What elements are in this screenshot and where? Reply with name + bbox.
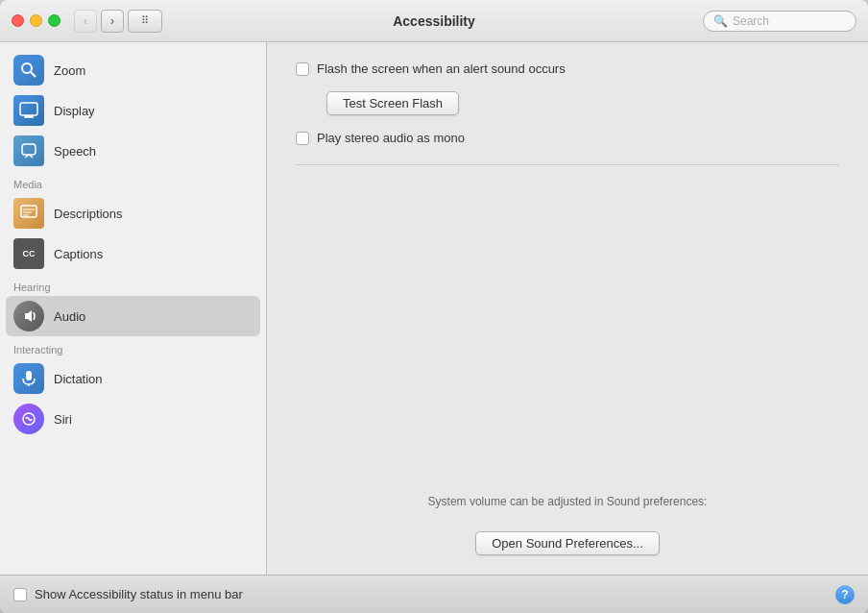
sidebar-item-captions[interactable]: CC Captions — [0, 233, 266, 274]
play-mono-label: Play stereo audio as mono — [317, 131, 465, 145]
audio-icon — [13, 301, 44, 331]
descriptions-icon — [13, 198, 44, 229]
flash-option-row: Flash the screen when an alert sound occ… — [296, 61, 839, 76]
flash-option-label: Flash the screen when an alert sound occ… — [317, 61, 566, 76]
interacting-section-header: Interacting — [0, 336, 266, 358]
search-box[interactable]: 🔍 — [703, 11, 856, 32]
sidebar-audio-label: Audio — [54, 309, 85, 324]
sidebar-captions-label: Captions — [54, 247, 103, 261]
sidebar-item-audio[interactable]: Audio — [6, 296, 260, 336]
sidebar: Zoom Display Speech — [0, 42, 267, 575]
test-screen-flash-button[interactable]: Test Screen Flash — [326, 91, 459, 115]
svg-rect-10 — [26, 371, 32, 380]
close-button[interactable] — [12, 14, 24, 27]
show-status-checkbox[interactable] — [13, 588, 27, 601]
open-sound-preferences-button[interactable]: Open Sound Preferences... — [475, 531, 660, 555]
sidebar-display-label: Display — [54, 104, 95, 118]
sidebar-item-zoom[interactable]: Zoom — [0, 50, 266, 90]
search-icon: 🔍 — [713, 14, 728, 28]
sidebar-siri-label: Siri — [54, 412, 72, 427]
sidebar-item-display[interactable]: Display — [0, 90, 266, 131]
flash-checkbox[interactable] — [296, 62, 309, 76]
system-volume-note: System volume can be adjusted in Sound p… — [296, 495, 839, 508]
window-title: Accessibility — [393, 13, 475, 29]
sidebar-speech-label: Speech — [54, 144, 96, 159]
sidebar-item-speech[interactable]: Speech — [0, 131, 266, 171]
speech-icon — [13, 135, 44, 166]
play-mono-checkbox[interactable] — [296, 132, 309, 145]
svg-point-0 — [22, 63, 32, 73]
svg-rect-2 — [20, 103, 37, 115]
traffic-lights — [12, 14, 60, 27]
window: ‹ › ⠿ Accessibility 🔍 Zoom — [0, 0, 868, 613]
divider — [296, 164, 839, 165]
main-panel: Flash the screen when an alert sound occ… — [267, 42, 868, 575]
minimize-button[interactable] — [30, 14, 42, 27]
sidebar-dictation-label: Dictation — [54, 372, 103, 386]
show-status-row: Show Accessibility status in menu bar — [13, 587, 243, 601]
forward-button[interactable]: › — [101, 10, 124, 33]
sidebar-descriptions-label: Descriptions — [54, 207, 123, 221]
bottom-bar: Show Accessibility status in menu bar ? — [0, 575, 868, 613]
play-mono-option-row: Play stereo audio as mono — [296, 131, 839, 145]
nav-buttons: ‹ › — [74, 10, 124, 33]
sidebar-item-descriptions[interactable]: Descriptions — [0, 193, 266, 233]
show-status-label: Show Accessibility status in menu bar — [35, 587, 243, 601]
svg-rect-5 — [22, 144, 36, 155]
dictation-icon — [13, 363, 44, 394]
sidebar-zoom-label: Zoom — [54, 63, 85, 78]
maximize-button[interactable] — [48, 14, 60, 27]
sidebar-item-dictation[interactable]: Dictation — [0, 358, 266, 399]
media-section-header: Media — [0, 171, 266, 193]
zoom-icon — [13, 55, 44, 86]
captions-icon: CC — [13, 238, 44, 269]
search-input[interactable] — [733, 14, 846, 28]
help-button[interactable]: ? — [835, 585, 855, 604]
grid-button[interactable]: ⠿ — [128, 10, 162, 33]
hearing-section-header: Hearing — [0, 274, 266, 296]
siri-icon — [13, 404, 44, 434]
display-icon — [13, 95, 44, 126]
titlebar: ‹ › ⠿ Accessibility 🔍 — [0, 0, 868, 42]
back-button[interactable]: ‹ — [74, 10, 97, 33]
sidebar-item-siri[interactable]: Siri — [0, 399, 266, 439]
content: Zoom Display Speech — [0, 42, 868, 575]
svg-line-1 — [31, 72, 36, 77]
